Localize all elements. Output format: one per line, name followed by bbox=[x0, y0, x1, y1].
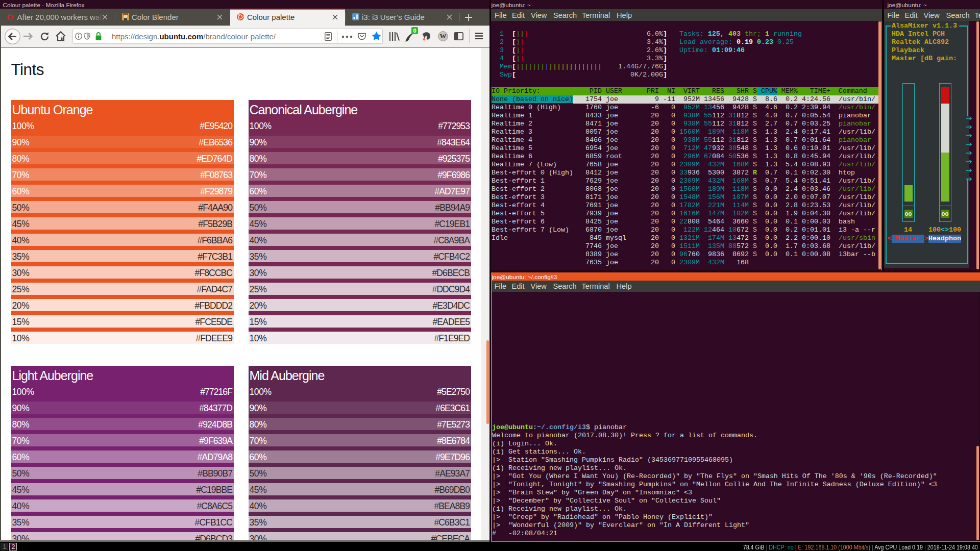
svg-text:W: W bbox=[440, 32, 447, 40]
